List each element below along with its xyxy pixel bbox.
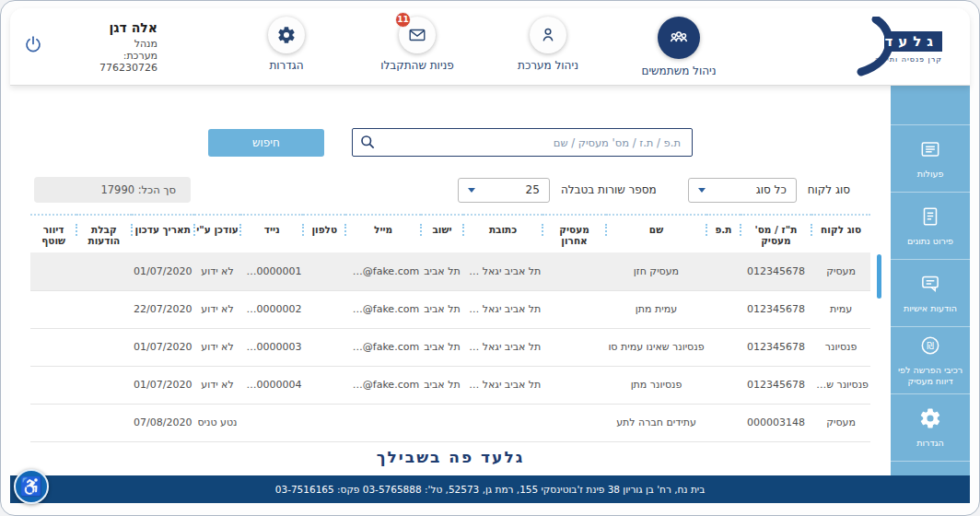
column-header[interactable]: ת"ז / מס' מעסיק bbox=[741, 215, 812, 252]
customer-type-select[interactable]: כל סוג bbox=[688, 178, 797, 203]
table-cell bbox=[303, 404, 345, 441]
column-header[interactable]: תאריך עדכון bbox=[132, 215, 194, 252]
nav-received-inquiries[interactable]: 11 פניות שהתקבלו bbox=[373, 17, 461, 72]
table-cell: תל אביב bbox=[421, 328, 463, 366]
nav-user-management[interactable]: ניהול משתמשים bbox=[635, 17, 723, 77]
table-cell bbox=[303, 328, 345, 366]
table-cell bbox=[542, 366, 605, 404]
column-header[interactable]: עודכן ע"י bbox=[194, 215, 240, 252]
table-cell bbox=[706, 328, 740, 366]
sidebar-item-settings[interactable]: הגדרות bbox=[891, 393, 970, 461]
table-cell bbox=[542, 290, 605, 328]
column-header[interactable]: ישוב bbox=[421, 215, 463, 252]
chevron-down-icon bbox=[468, 188, 475, 193]
table-row[interactable]: פנסיונר012345678פנסיונר שאינו עמית סותל … bbox=[30, 328, 870, 366]
table-cell bbox=[542, 404, 605, 441]
table-cell bbox=[706, 252, 740, 290]
table-cell: פנסיונר שאינו עמית סו bbox=[606, 328, 706, 366]
sidebar-item-contribution-components[interactable]: ₪ רכיבי הפרשה לפי דיווח מעסיק bbox=[891, 326, 970, 393]
sidebar-filler bbox=[891, 461, 970, 475]
table-cell bbox=[542, 328, 605, 366]
wheelchair-icon: ♿ bbox=[20, 477, 43, 496]
table-cell: fake@fake.com bbox=[345, 328, 421, 366]
actions-card-icon bbox=[918, 137, 942, 165]
table-cell: 0500000004 bbox=[240, 366, 303, 404]
user-info: אלה דגן מנהל מערכת: 776230726 bbox=[99, 20, 158, 74]
table-cell bbox=[240, 404, 303, 441]
table-cell: תל אביב bbox=[421, 290, 463, 328]
table-cell: פנסיונר שאינו עמית bbox=[811, 366, 870, 404]
table-scrollbar[interactable] bbox=[877, 254, 881, 299]
column-header[interactable]: ת.פ bbox=[706, 215, 740, 252]
svg-text:₪: ₪ bbox=[927, 340, 934, 350]
column-header[interactable]: טלפון bbox=[303, 215, 345, 252]
table-row[interactable]: עמית012345678עמית מתןתל אביב יגאל אלון 5… bbox=[30, 290, 870, 328]
top-header: גלעד קרן פנסיה ותיקה ניהול משתמשים bbox=[10, 8, 970, 86]
column-header[interactable]: שם bbox=[606, 215, 706, 252]
table-cell: פנסיונר מתן bbox=[606, 366, 706, 404]
column-header[interactable]: מייל bbox=[345, 215, 421, 252]
table-cell: עתידים חברה לתע bbox=[606, 404, 706, 441]
nav-system-management[interactable]: ניהול מערכת bbox=[504, 17, 592, 72]
logo-title: גלעד bbox=[884, 31, 942, 52]
table-cell bbox=[76, 328, 131, 366]
column-header[interactable]: מעסיק אחרון bbox=[542, 215, 605, 252]
table-cell: 22/07/2020 bbox=[132, 290, 194, 328]
table-cell: מעסיק bbox=[811, 252, 870, 290]
table-cell bbox=[30, 328, 76, 366]
table-cell: 01/07/2020 bbox=[132, 328, 194, 366]
table-cell bbox=[542, 252, 605, 290]
table-cell: עמית bbox=[811, 290, 870, 328]
column-header[interactable]: קבלת הודעות bbox=[76, 215, 131, 252]
table-cell bbox=[30, 290, 76, 328]
search-input[interactable] bbox=[352, 128, 693, 157]
power-icon bbox=[22, 45, 44, 59]
nav-label: ניהול מערכת bbox=[518, 59, 578, 72]
total-count: סך הכל: 17990 bbox=[34, 177, 191, 203]
table-cell: 01/07/2020 bbox=[132, 252, 194, 290]
table-cell: fake@fake.com bbox=[345, 366, 421, 404]
sidebar-item-personal-messages[interactable]: הודעות אישיות bbox=[891, 259, 970, 326]
shekel-circle-icon: ₪ bbox=[918, 334, 942, 361]
table-row[interactable]: פנסיונר שאינו עמית012345678פנסיונר מתןתל… bbox=[30, 366, 870, 404]
sidebar-item-actions[interactable]: פעולות bbox=[891, 124, 970, 192]
nav-label: פניות שהתקבלו bbox=[380, 59, 454, 72]
column-header[interactable]: כתובת bbox=[463, 215, 543, 252]
table-cell: תל אביב יגאל אלון 5 bbox=[463, 290, 543, 328]
logo[interactable]: גלעד קרן פנסיה ותיקה bbox=[843, 17, 946, 77]
nav-settings[interactable]: הגדרות bbox=[242, 17, 331, 72]
column-header[interactable]: נייד bbox=[240, 215, 303, 252]
table-cell bbox=[76, 404, 131, 441]
footer-bar: בית נח, רח' בן גוריון 38 פינת ז'בוטינסקי… bbox=[10, 475, 970, 503]
table-cell: תל אביב יגאל אלון 5 bbox=[463, 328, 543, 366]
column-header[interactable]: סוג לקוח bbox=[811, 215, 870, 252]
column-header[interactable]: דיוור שוטף bbox=[30, 215, 76, 252]
table-cell: לא ידוע bbox=[194, 290, 240, 328]
person-icon bbox=[530, 17, 566, 53]
rows-per-page-value: 25 bbox=[526, 183, 540, 196]
table-cell bbox=[30, 404, 76, 441]
table-row[interactable]: מעסיק012345678מעסיק חזןתל אביב יגאל אלון… bbox=[30, 252, 870, 290]
logout-button[interactable] bbox=[22, 34, 44, 59]
envelope-icon: 11 bbox=[399, 17, 436, 53]
sidebar-item-data-details[interactable]: פירוט נתונים bbox=[891, 192, 970, 259]
accessibility-button[interactable]: ♿ bbox=[14, 469, 49, 504]
table-cell bbox=[421, 404, 463, 441]
table-cell: 07/08/2020 bbox=[132, 404, 194, 441]
table-cell: לא ידוע bbox=[194, 252, 240, 290]
sidebar-item-label: רכיבי הפרשה לפי דיווח מעסיק bbox=[891, 365, 970, 388]
rows-per-page-select[interactable]: 25 bbox=[458, 178, 550, 203]
table-cell: fake@fake.com bbox=[345, 290, 421, 328]
table-row[interactable]: מעסיק000003148עתידים חברה לתענטע טניס07/… bbox=[30, 404, 870, 441]
table-cell: 000003148 bbox=[741, 404, 812, 441]
table-cell: 012345678 bbox=[741, 366, 812, 404]
customer-type-value: כל סוג bbox=[756, 183, 787, 196]
table-cell: נטע טניס bbox=[194, 404, 240, 441]
table-cell: תל אביב bbox=[421, 252, 463, 290]
rows-per-page-label: מספר שורות בטבלה bbox=[561, 183, 657, 196]
table-cell bbox=[706, 290, 740, 328]
search-button[interactable]: חיפוש bbox=[208, 129, 324, 157]
table-cell: תל אביב יגאל אלון 5 bbox=[463, 366, 543, 404]
table-cell: פנסיונר bbox=[811, 328, 870, 366]
chat-bubble-icon bbox=[918, 272, 942, 299]
